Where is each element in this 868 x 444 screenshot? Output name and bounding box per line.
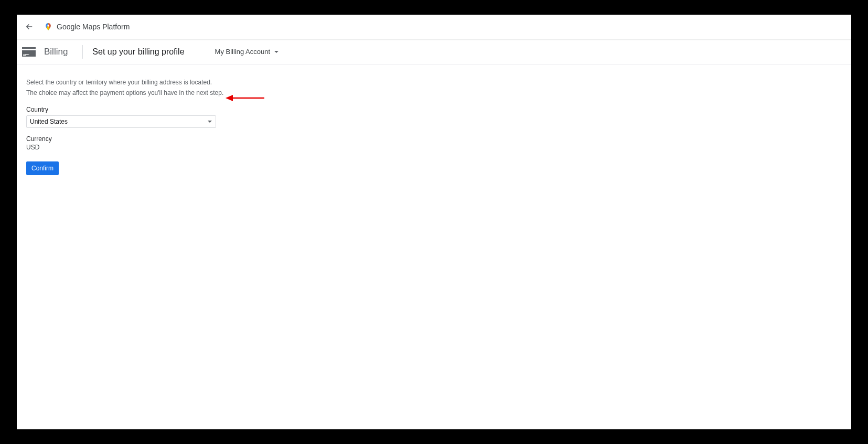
country-field-group: Country [26, 106, 842, 128]
country-select[interactable] [26, 115, 216, 128]
country-select-wrap [26, 115, 216, 128]
country-label: Country [26, 106, 842, 113]
arrow-left-icon [25, 22, 34, 31]
currency-field-group: Currency USD [26, 135, 842, 151]
billing-account-selector[interactable]: My Billing Account [215, 48, 279, 56]
divider [82, 45, 83, 59]
svg-point-0 [47, 25, 49, 26]
credit-card-icon [22, 47, 36, 57]
helper-text-line-1: Select the country or territory where yo… [26, 77, 842, 88]
helper-text-line-2: The choice may affect the payment option… [26, 88, 842, 98]
content-area: Select the country or territory where yo… [17, 64, 851, 188]
currency-label: Currency [26, 135, 842, 143]
page-title: Set up your billing profile [92, 47, 184, 57]
back-button[interactable] [23, 20, 36, 33]
app-window: Google Maps Platform Billing Set up your… [17, 15, 851, 429]
product-logo: Google Maps Platform [44, 23, 130, 31]
top-header: Google Maps Platform [17, 15, 851, 39]
sub-header: Billing Set up your billing profile My B… [17, 39, 851, 64]
chevron-down-icon [274, 51, 278, 53]
billing-account-name: My Billing Account [215, 48, 271, 56]
billing-section-label: Billing [44, 47, 82, 57]
confirm-button[interactable]: Confirm [26, 161, 59, 175]
google-maps-icon [44, 23, 52, 31]
product-name: Google Maps Platform [57, 23, 130, 31]
currency-value: USD [26, 144, 842, 151]
